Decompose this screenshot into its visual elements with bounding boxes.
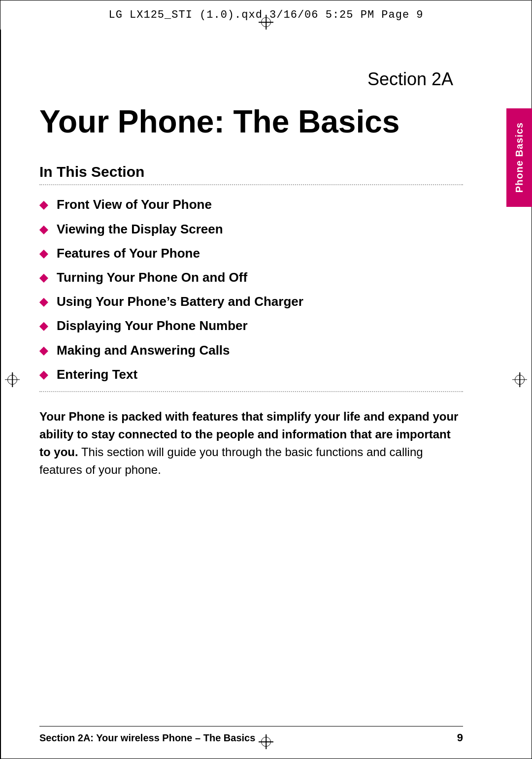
diamond-icon-7: ◆	[39, 344, 48, 357]
list-item: ◆ Front View of Your Phone	[39, 197, 463, 212]
body-paragraph: Your Phone is packed with features that …	[39, 408, 463, 479]
section-list-heading: In This Section	[39, 164, 463, 180]
diamond-icon-4: ◆	[39, 271, 48, 284]
reg-mark-left	[5, 372, 20, 387]
list-item: ◆ Using Your Phone’s Battery and Charger	[39, 294, 463, 309]
footer: Section 2A: Your wireless Phone – The Ba…	[39, 726, 463, 744]
dotted-divider-bottom	[39, 391, 463, 392]
list-item-label-2: Viewing the Display Screen	[57, 222, 223, 237]
in-this-section: In This Section ◆ Front View of Your Pho…	[39, 164, 463, 392]
list-item: ◆ Viewing the Display Screen	[39, 222, 463, 237]
diamond-icon-3: ◆	[39, 247, 48, 260]
section-label: Section 2A	[39, 69, 463, 90]
diamond-icon-8: ◆	[39, 368, 48, 381]
list-item: ◆ Turning Your Phone On and Off	[39, 270, 463, 285]
page: LG LX125_STI (1.0).qxd 3/16/06 5:25 PM P…	[0, 0, 532, 759]
dotted-divider-top	[39, 184, 463, 185]
diamond-icon-2: ◆	[39, 223, 48, 236]
side-tab: Phone Basics	[506, 108, 532, 207]
reg-mark-right	[512, 372, 527, 387]
diamond-icon-5: ◆	[39, 296, 48, 308]
list-item: ◆ Displaying Your Phone Number	[39, 318, 463, 333]
body-normal-text: This section will guide you through the …	[39, 445, 423, 476]
list-item-label-6: Displaying Your Phone Number	[57, 318, 248, 333]
list-item: ◆ Making and Answering Calls	[39, 343, 463, 358]
list-item: ◆ Features of Your Phone	[39, 246, 463, 261]
footer-page-number: 9	[457, 731, 463, 744]
list-item-label-5: Using Your Phone’s Battery and Charger	[57, 294, 303, 309]
reg-mark-top	[259, 15, 273, 30]
section-list: ◆ Front View of Your Phone ◆ Viewing the…	[39, 197, 463, 382]
list-item-label-3: Features of Your Phone	[57, 246, 200, 261]
left-border	[0, 30, 1, 759]
list-item: ◆ Entering Text	[39, 367, 463, 382]
list-item-label-8: Entering Text	[57, 367, 137, 382]
list-item-label-4: Turning Your Phone On and Off	[57, 270, 247, 285]
content-area: Section 2A Your Phone: The Basics In Thi…	[39, 30, 463, 720]
side-tab-label: Phone Basics	[514, 122, 525, 193]
diamond-icon-6: ◆	[39, 320, 48, 332]
diamond-icon-1: ◆	[39, 198, 48, 211]
page-title: Your Phone: The Basics	[39, 104, 463, 139]
list-item-label-1: Front View of Your Phone	[57, 197, 212, 212]
list-item-label-7: Making and Answering Calls	[57, 343, 230, 358]
footer-left-text: Section 2A: Your wireless Phone – The Ba…	[39, 732, 255, 744]
